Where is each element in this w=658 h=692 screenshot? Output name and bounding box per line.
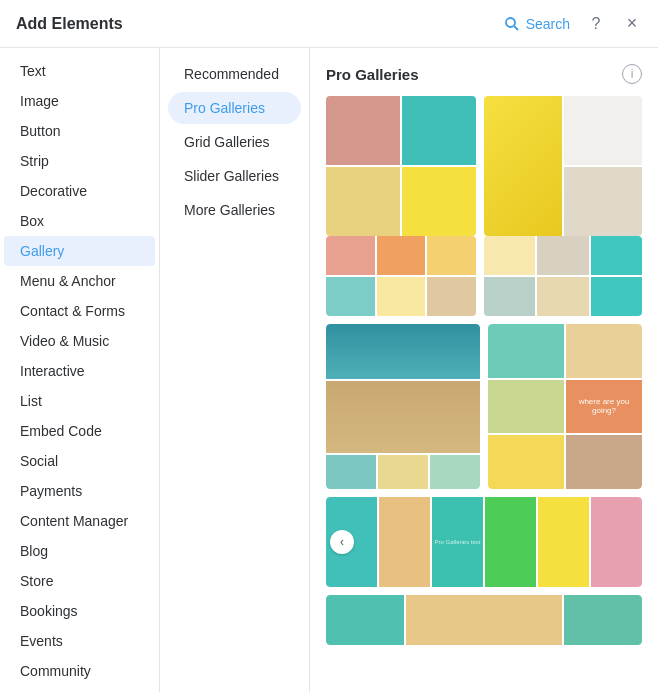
subnav-item-more-galleries[interactable]: More Galleries xyxy=(168,194,301,226)
dialog-title: Add Elements xyxy=(16,15,123,33)
gallery-item-carousel[interactable]: ‹ Pro Galleries text xyxy=(326,497,642,587)
subnav-item-pro-galleries[interactable]: Pro Galleries xyxy=(168,92,301,124)
subnav: Recommended Pro Galleries Grid Galleries… xyxy=(160,48,310,692)
gallery-row-1 xyxy=(326,96,642,236)
sidebar-item-content-manager[interactable]: Content Manager xyxy=(4,506,155,536)
svg-point-0 xyxy=(506,18,515,27)
gallery-item-1b[interactable] xyxy=(326,236,476,316)
sidebar-item-embed-code[interactable]: Embed Code xyxy=(4,416,155,446)
subnav-item-slider-galleries[interactable]: Slider Galleries xyxy=(168,160,301,192)
gallery-item-1[interactable] xyxy=(326,96,476,236)
close-button[interactable]: × xyxy=(622,14,642,34)
gallery-item-5[interactable] xyxy=(326,595,642,645)
gallery-item-4[interactable]: where are you going? xyxy=(488,324,642,489)
dialog-header: Add Elements Search ? × xyxy=(0,0,658,48)
sidebar-item-bookings[interactable]: Bookings xyxy=(4,596,155,626)
content-title: Pro Galleries xyxy=(326,66,419,83)
sidebar-item-box[interactable]: Box xyxy=(4,206,155,236)
sidebar-item-blog[interactable]: Blog xyxy=(4,536,155,566)
sidebar-item-events[interactable]: Events xyxy=(4,626,155,656)
gallery-row-1b xyxy=(326,236,642,316)
sidebar-item-list[interactable]: List xyxy=(4,386,155,416)
search-label: Search xyxy=(526,16,570,32)
sidebar-item-button[interactable]: Button xyxy=(4,116,155,146)
gallery-row-2: where are you going? xyxy=(326,324,642,489)
sidebar-item-store[interactable]: Store xyxy=(4,566,155,596)
carousel-prev-button[interactable]: ‹ xyxy=(330,530,354,554)
content-area: Pro Galleries i xyxy=(310,48,658,692)
main-layout: Text Image Button Strip Decorative Box G… xyxy=(0,48,658,692)
gallery-row-4 xyxy=(326,595,642,645)
svg-line-1 xyxy=(514,26,518,30)
gallery-item-3[interactable] xyxy=(326,324,480,489)
sidebar-item-payments[interactable]: Payments xyxy=(4,476,155,506)
sidebar-item-image[interactable]: Image xyxy=(4,86,155,116)
sidebar-item-decorative[interactable]: Decorative xyxy=(4,176,155,206)
sidebar-item-interactive[interactable]: Interactive xyxy=(4,356,155,386)
info-icon[interactable]: i xyxy=(622,64,642,84)
sidebar-item-contact-forms[interactable]: Contact & Forms xyxy=(4,296,155,326)
subnav-item-grid-galleries[interactable]: Grid Galleries xyxy=(168,126,301,158)
sidebar-item-video-music[interactable]: Video & Music xyxy=(4,326,155,356)
gallery-item-2b[interactable] xyxy=(484,236,642,316)
header-actions: Search ? × xyxy=(504,14,642,34)
sidebar-item-gallery[interactable]: Gallery xyxy=(4,236,155,266)
help-button[interactable]: ? xyxy=(586,14,606,34)
sidebar: Text Image Button Strip Decorative Box G… xyxy=(0,48,160,692)
gallery-item-2[interactable] xyxy=(484,96,642,236)
sidebar-item-menu-anchor[interactable]: Menu & Anchor xyxy=(4,266,155,296)
gallery-row-3-wrapper: ‹ Pro Galleries text xyxy=(326,497,642,587)
content-header: Pro Galleries i xyxy=(326,64,642,84)
sidebar-item-community[interactable]: Community xyxy=(4,656,155,686)
subnav-item-recommended[interactable]: Recommended xyxy=(168,58,301,90)
search-button[interactable]: Search xyxy=(504,16,570,32)
sidebar-item-my-designs[interactable]: My Designs xyxy=(4,686,155,692)
sidebar-item-social[interactable]: Social xyxy=(4,446,155,476)
search-icon xyxy=(504,16,520,32)
sidebar-item-text[interactable]: Text xyxy=(4,56,155,86)
sidebar-item-strip[interactable]: Strip xyxy=(4,146,155,176)
